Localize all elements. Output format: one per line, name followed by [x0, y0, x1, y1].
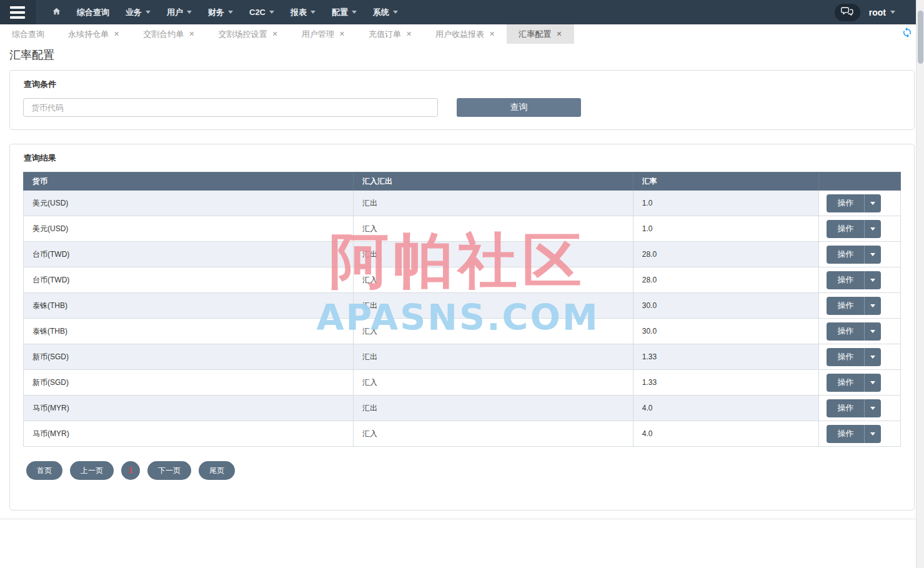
close-tab-icon[interactable]: ✕ — [114, 31, 119, 37]
refresh-button[interactable] — [900, 27, 914, 41]
user-menu[interactable]: root — [869, 7, 895, 17]
chevron-down-icon — [870, 407, 875, 410]
row-action-dropdown-button[interactable] — [865, 348, 881, 366]
nav-menu-item[interactable]: C2C — [241, 0, 282, 24]
action-split-button: 操作 — [827, 297, 881, 315]
scrollbar-thumb[interactable] — [918, 11, 923, 64]
row-action-button[interactable]: 操作 — [827, 297, 865, 315]
nav-menu-item-label: 用户 — [167, 7, 183, 18]
close-tab-icon[interactable]: ✕ — [406, 31, 412, 37]
row-action-dropdown-button[interactable] — [865, 194, 881, 212]
table-row: 新币(SGD) 汇入 1.33 操作 — [24, 370, 901, 396]
chevron-down-icon — [870, 432, 875, 436]
search-button[interactable]: 查询 — [457, 98, 581, 117]
actions-cell: 操作 — [819, 319, 901, 344]
pagination-current-page[interactable]: 1 — [121, 461, 140, 480]
top-navbar: 综合查询 业务 用户 财务 C2C 报表 — [0, 0, 924, 24]
chevron-down-icon — [870, 279, 875, 282]
column-header-actions — [819, 172, 901, 191]
nav-menu-item[interactable]: 财务 — [200, 0, 241, 24]
pagination-prev-button[interactable]: 上一页 — [70, 461, 114, 480]
currency-code-input[interactable] — [23, 98, 438, 117]
action-split-button: 操作 — [827, 194, 881, 212]
direction-cell: 汇入 — [353, 216, 633, 242]
tab[interactable]: 交割合约单 ✕ — [131, 24, 206, 44]
rate-cell: 30.0 — [633, 319, 819, 344]
query-panel-title: 查询条件 — [24, 79, 900, 90]
nav-menu-item-label: C2C — [249, 7, 266, 17]
row-action-dropdown-button[interactable] — [865, 425, 881, 443]
row-action-button[interactable]: 操作 — [827, 348, 865, 366]
nav-menu-item[interactable]: 用户 — [159, 0, 200, 24]
scrollbar-track[interactable] — [916, 0, 924, 568]
direction-cell: 汇出 — [353, 191, 633, 216]
close-tab-icon[interactable]: ✕ — [189, 31, 194, 37]
app-root: 综合查询 业务 用户 财务 C2C 报表 — [0, 0, 924, 568]
messages-button[interactable] — [835, 4, 860, 21]
row-action-button[interactable]: 操作 — [827, 246, 865, 264]
direction-cell: 汇入 — [353, 267, 633, 293]
nav-menu-item[interactable]: 报表 — [282, 0, 324, 24]
row-action-dropdown-button[interactable] — [865, 271, 881, 289]
currency-cell: 新币(SGD) — [24, 344, 354, 370]
close-tab-icon[interactable]: ✕ — [489, 31, 495, 37]
currency-cell: 马币(MYR) — [24, 396, 354, 421]
nav-menu-item[interactable]: 配置 — [324, 0, 365, 24]
table-row: 台币(TWD) 汇出 28.0 操作 — [24, 242, 901, 267]
pagination-first-button[interactable]: 首页 — [26, 461, 62, 480]
row-action-button[interactable]: 操作 — [827, 220, 865, 238]
tab[interactable]: 充值订单 ✕ — [357, 24, 424, 44]
nav-menu-item-label: 财务 — [208, 7, 224, 18]
sidebar-toggle-button[interactable] — [0, 0, 36, 24]
table-row: 美元(USD) 汇入 1.0 操作 — [24, 216, 901, 242]
nav-menu-item-label: 报表 — [291, 7, 307, 18]
currency-cell: 美元(USD) — [24, 191, 354, 216]
nav-menu-item[interactable]: 系统 — [365, 0, 406, 24]
row-action-button[interactable]: 操作 — [827, 322, 865, 341]
action-split-button: 操作 — [827, 399, 881, 417]
tab[interactable]: 汇率配置 ✕ — [507, 24, 574, 44]
footer-divider — [0, 519, 924, 519]
direction-cell: 汇入 — [353, 319, 633, 344]
rate-cell: 4.0 — [633, 421, 819, 447]
row-action-button[interactable]: 操作 — [827, 425, 865, 443]
nav-menu-item[interactable]: 综合查询 — [69, 0, 117, 24]
nav-menu-item-label: 业务 — [126, 7, 142, 18]
row-action-dropdown-button[interactable] — [865, 322, 881, 341]
username-label: root — [869, 7, 886, 17]
tab-label: 交割场控设置 — [218, 29, 267, 40]
direction-cell: 汇入 — [353, 370, 633, 396]
tab[interactable]: 用户收益报表 ✕ — [424, 24, 507, 44]
chevron-down-icon — [187, 11, 192, 14]
tab[interactable]: 交割场控设置 ✕ — [206, 24, 289, 44]
row-action-dropdown-button[interactable] — [865, 374, 881, 392]
tab[interactable]: 永续持仓单 ✕ — [56, 24, 131, 44]
row-action-dropdown-button[interactable] — [865, 246, 881, 264]
row-action-button[interactable]: 操作 — [827, 271, 865, 289]
pagination-next-button[interactable]: 下一页 — [147, 461, 191, 480]
close-tab-icon[interactable]: ✕ — [272, 31, 277, 37]
action-split-button: 操作 — [827, 322, 881, 341]
close-tab-icon[interactable]: ✕ — [556, 31, 562, 37]
direction-cell: 汇出 — [353, 396, 633, 421]
rate-cell: 1.0 — [633, 216, 819, 242]
chevron-down-icon — [228, 11, 233, 14]
nav-menu-item[interactable]: 业务 — [117, 0, 159, 24]
row-action-dropdown-button[interactable] — [865, 399, 881, 417]
currency-cell: 美元(USD) — [24, 216, 354, 242]
tab[interactable]: 用户管理 ✕ — [290, 24, 357, 44]
row-action-dropdown-button[interactable] — [865, 297, 881, 315]
pagination-last-button[interactable]: 尾页 — [199, 461, 235, 480]
actions-cell: 操作 — [819, 396, 901, 421]
action-split-button: 操作 — [827, 374, 881, 392]
row-action-dropdown-button[interactable] — [865, 220, 881, 238]
row-action-button[interactable]: 操作 — [827, 399, 865, 417]
row-action-button[interactable]: 操作 — [827, 194, 865, 212]
actions-cell: 操作 — [819, 242, 901, 267]
refresh-icon — [902, 27, 913, 41]
close-tab-icon[interactable]: ✕ — [339, 31, 345, 37]
actions-cell: 操作 — [819, 421, 901, 447]
tab[interactable]: 综合查询 — [0, 24, 56, 44]
row-action-button[interactable]: 操作 — [827, 374, 865, 392]
home-link[interactable] — [44, 0, 69, 24]
